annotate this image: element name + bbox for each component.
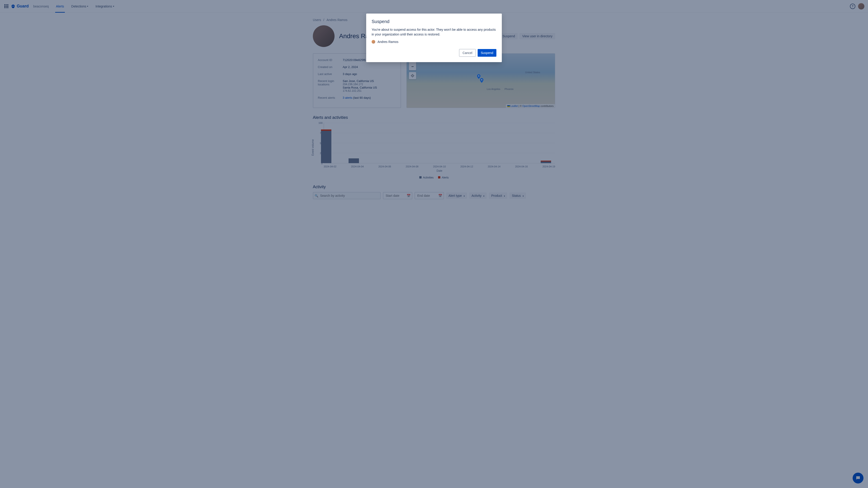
suspend-modal: Suspend You're about to suspend access f… — [366, 13, 502, 62]
modal-body: You're about to suspend access for this … — [372, 27, 496, 37]
modal-title: Suspend — [372, 19, 496, 24]
modal-confirm-button[interactable]: Suspend — [477, 49, 496, 57]
modal-user-avatar — [372, 40, 375, 43]
modal-user-name: Andres Ramos — [377, 40, 399, 43]
modal-cancel-button[interactable]: Cancel — [459, 49, 476, 57]
